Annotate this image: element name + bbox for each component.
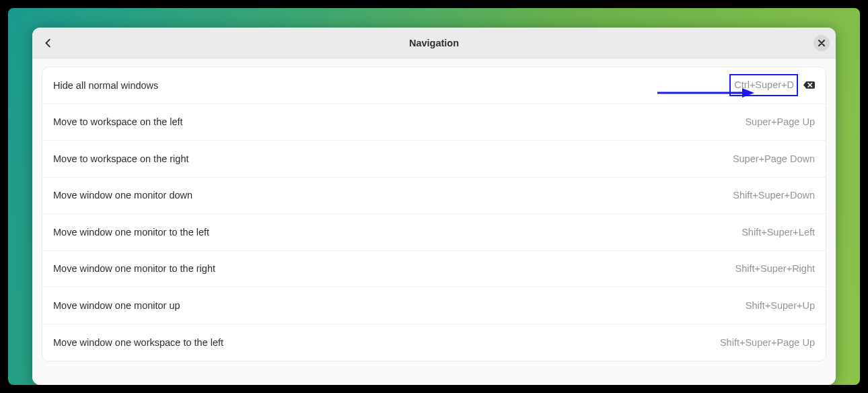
shortcut-value: Shift+Super+Down (733, 190, 815, 201)
shortcut-label: Move window one monitor down (53, 190, 733, 201)
shortcut-row-workspace-right[interactable]: Move to workspace on the right Super+Pag… (42, 141, 826, 178)
close-icon (818, 40, 825, 46)
shortcut-value: Super+Page Up (745, 116, 815, 127)
shortcut-row-monitor-right[interactable]: Move window one monitor to the right Shi… (42, 251, 826, 288)
shortcut-row-monitor-down[interactable]: Move window one monitor down Shift+Super… (42, 178, 826, 215)
shortcut-value: Shift+Super+Up (746, 300, 815, 311)
shortcut-label: Hide all normal windows (53, 80, 729, 91)
shortcut-value: Shift+Super+Page Up (720, 337, 815, 348)
shortcut-row-monitor-up[interactable]: Move window one monitor up Shift+Super+U… (42, 287, 826, 324)
shortcut-value: Super+Page Down (733, 153, 815, 164)
shortcut-row-workspace-left[interactable]: Move to workspace on the left Super+Page… (42, 104, 826, 141)
back-button[interactable] (42, 36, 55, 50)
shortcut-row-workspace-window-left[interactable]: Move window one workspace to the left Sh… (42, 324, 826, 361)
shortcut-label: Move to workspace on the right (53, 153, 733, 164)
backspace-icon (803, 81, 815, 90)
window-header: Navigation (32, 28, 836, 59)
settings-window: Navigation Hide all normal windows Ctrl+… (32, 28, 836, 385)
content-area: Hide all normal windows Ctrl+Super+D Mov… (32, 59, 836, 385)
shortcut-label: Move window one monitor to the right (53, 263, 735, 274)
shortcut-value: Shift+Super+Left (742, 227, 815, 238)
shortcut-row-monitor-left[interactable]: Move window one monitor to the left Shif… (42, 214, 826, 251)
page-title: Navigation (409, 38, 459, 48)
shortcut-label: Move window one workspace to the left (53, 337, 720, 348)
shortcut-value: Ctrl+Super+D (729, 74, 798, 96)
shortcut-list: Hide all normal windows Ctrl+Super+D Mov… (42, 67, 826, 361)
close-button[interactable] (813, 35, 830, 51)
clear-shortcut-button[interactable] (803, 81, 815, 90)
shortcut-label: Move window one monitor up (53, 300, 746, 311)
shortcut-value: Shift+Super+Right (735, 263, 816, 274)
chevron-left-icon (44, 38, 53, 48)
desktop-background: Navigation Hide all normal windows Ctrl+… (8, 8, 860, 385)
shortcut-label: Move window one monitor to the left (53, 227, 742, 238)
shortcut-label: Move to workspace on the left (53, 116, 745, 127)
shortcut-row-hide-windows[interactable]: Hide all normal windows Ctrl+Super+D (42, 67, 826, 104)
